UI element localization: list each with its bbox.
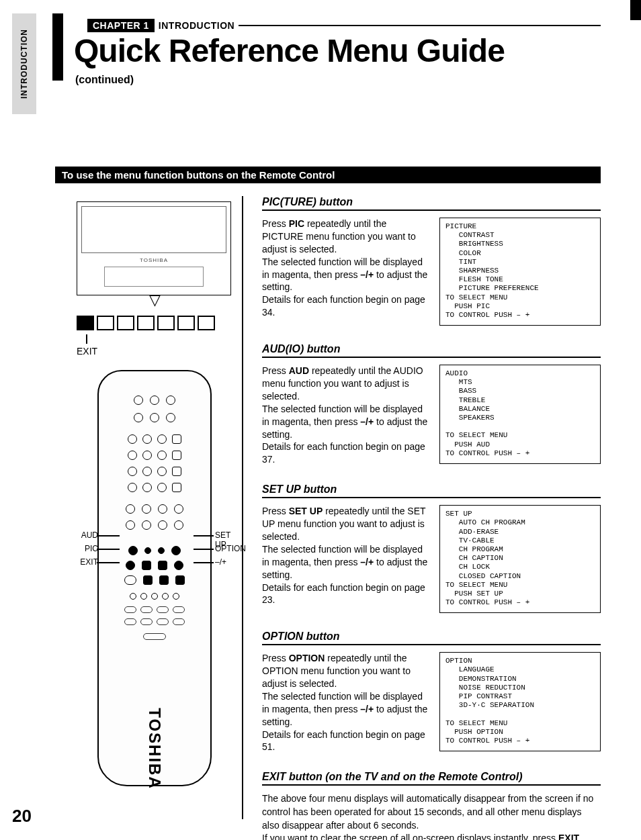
remote-button[interactable]	[166, 395, 175, 405]
remote-menu-row-3	[99, 575, 210, 585]
remote-exit-label: EXIT	[74, 557, 98, 567]
callout-line	[194, 562, 214, 563]
remote-row	[99, 606, 210, 613]
aud-body: Press AUD repeatedly until the AUDIO men…	[262, 365, 429, 466]
remote-button[interactable]	[174, 520, 183, 530]
remote-button[interactable]	[142, 561, 151, 570]
remote-button[interactable]	[126, 504, 135, 514]
remote-button[interactable]	[158, 520, 167, 530]
remote-button[interactable]	[158, 504, 167, 514]
text-bold: –/+	[360, 269, 374, 280]
remote-button[interactable]	[157, 467, 167, 476]
remote-button[interactable]	[143, 633, 166, 640]
down-arrow-icon: ▽	[74, 294, 235, 306]
text: .	[579, 833, 582, 840]
remote-button[interactable]	[174, 504, 183, 514]
remote-button[interactable]	[150, 413, 159, 422]
text: Press	[262, 506, 289, 516]
remote-button[interactable]	[150, 395, 159, 405]
remote-button[interactable]	[134, 413, 143, 422]
remote-ch-up[interactable]	[172, 467, 181, 476]
remote-setup-button[interactable]	[171, 546, 181, 555]
setup-body: Press SET UP repeatedly until the SET UP…	[262, 505, 429, 606]
tv-button[interactable]	[157, 316, 175, 330]
text: Press	[262, 218, 289, 229]
tv-button[interactable]	[137, 316, 155, 330]
tv-button[interactable]	[117, 316, 134, 330]
exit-callout: EXIT	[77, 334, 235, 357]
remote-button[interactable]	[159, 575, 169, 585]
remote-button[interactable]	[142, 451, 152, 460]
remote-button[interactable]	[143, 575, 153, 585]
title-accent-bar	[52, 13, 63, 81]
remote-button[interactable]	[140, 606, 153, 613]
remote-button[interactable]	[144, 547, 151, 554]
tv-exit-button[interactable]	[77, 316, 94, 330]
remote-button[interactable]	[173, 606, 185, 613]
tv-button-panel	[104, 267, 204, 287]
callout-line	[97, 562, 120, 563]
remote-button[interactable]	[158, 561, 167, 570]
remote-pic-button[interactable]	[126, 561, 135, 570]
callout-line	[194, 549, 214, 550]
remote-button[interactable]	[157, 606, 169, 613]
aud-osd-panel: AUDIO MTS BASS TREBLE BALANCE SPEAKERS T…	[439, 365, 601, 464]
remote-aud-button[interactable]	[128, 546, 138, 555]
section-heading-bar: To use the menu function buttons on the …	[55, 167, 601, 183]
text: Details for each function begin on page …	[262, 582, 425, 606]
exit-heading: EXIT button (on the TV and on the Remote…	[262, 771, 601, 786]
remote-button[interactable]	[158, 547, 165, 554]
aud-heading: AUD(IO) button	[262, 343, 601, 358]
remote-vol-down[interactable]	[172, 451, 181, 460]
text-bold: –/+	[360, 416, 374, 427]
remote-option-button[interactable]	[174, 561, 183, 570]
remote-button[interactable]	[157, 618, 169, 625]
callout-line	[194, 535, 214, 536]
remote-button[interactable]	[173, 618, 185, 625]
remote-button[interactable]	[124, 618, 136, 625]
text-bold: AUD	[289, 365, 309, 376]
callout-line	[97, 549, 120, 550]
column-divider	[242, 196, 243, 819]
remote-button[interactable]	[157, 434, 167, 444]
page-number: 20	[12, 806, 32, 827]
remote-button[interactable]	[157, 451, 167, 460]
tv-button[interactable]	[177, 316, 195, 330]
side-tab: INTRODUCTION	[12, 13, 36, 114]
text-bold: SET UP	[289, 506, 323, 516]
remote-button[interactable]	[128, 483, 137, 492]
remote-pm-button[interactable]	[175, 575, 185, 585]
remote-button[interactable]	[142, 520, 151, 530]
exit-body: The above four menu displays will automa…	[262, 792, 601, 840]
remote-button[interactable]	[173, 593, 179, 600]
remote-button[interactable]	[157, 483, 167, 492]
remote-exit-button[interactable]	[124, 575, 136, 585]
remote-numpad-row	[99, 434, 210, 444]
remote-button[interactable]	[128, 451, 137, 460]
remote-button[interactable]	[142, 504, 151, 514]
remote-button[interactable]	[126, 520, 135, 530]
option-body: Press OPTION repeatedly until the OPTION…	[262, 652, 429, 753]
remote-button[interactable]	[140, 593, 147, 600]
remote-button[interactable]	[124, 606, 136, 613]
remote-button[interactable]	[151, 593, 158, 600]
remote-vol-up[interactable]	[172, 434, 181, 444]
page-corner-mark	[630, 0, 641, 20]
remote-button[interactable]	[134, 395, 143, 405]
side-tab-label: INTRODUCTION	[19, 29, 29, 99]
tv-button[interactable]	[198, 316, 215, 330]
remote-ch-down[interactable]	[172, 483, 181, 492]
remote-button[interactable]	[128, 434, 137, 444]
remote-button[interactable]	[142, 434, 152, 444]
remote-row	[99, 593, 210, 600]
remote-button[interactable]	[162, 593, 169, 600]
tv-button-row	[77, 316, 235, 330]
right-column: PIC(TURE) button Press PIC repeatedly un…	[262, 196, 601, 840]
remote-button[interactable]	[128, 467, 137, 476]
remote-button[interactable]	[142, 467, 152, 476]
remote-button[interactable]	[166, 413, 175, 422]
remote-button[interactable]	[130, 593, 136, 600]
remote-button[interactable]	[140, 618, 153, 625]
remote-button[interactable]	[142, 483, 152, 492]
tv-button[interactable]	[97, 316, 114, 330]
